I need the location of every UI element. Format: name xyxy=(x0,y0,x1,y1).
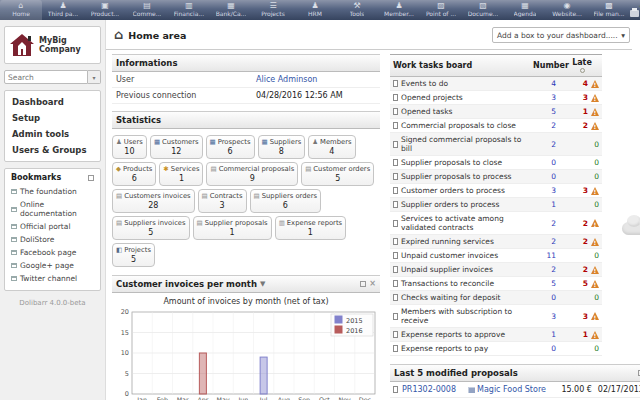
number-column-header[interactable]: Number xyxy=(533,61,565,70)
task-label[interactable]: Supplier proposals to process xyxy=(401,172,527,181)
task-label[interactable]: Supplier proposals to close xyxy=(401,158,527,167)
task-label[interactable]: Checks waiting for deposit xyxy=(401,293,527,302)
task-late[interactable]: 0 xyxy=(594,251,599,260)
task-label[interactable]: Unpaid supplier invoices xyxy=(401,265,527,274)
proposal-ref-link[interactable]: PR1302-0008 xyxy=(402,385,464,394)
sidebar-menu-item[interactable]: Admin tools xyxy=(5,126,100,142)
task-number[interactable]: 3 xyxy=(530,312,556,321)
menu-tab[interactable]: ▩ File man... xyxy=(588,0,630,20)
stat-chip[interactable]: ▤ Customers invoices 28 xyxy=(112,189,195,213)
task-label[interactable]: Events to do xyxy=(401,79,527,88)
task-number[interactable]: 0 xyxy=(530,158,556,167)
task-label[interactable]: Opened tasks xyxy=(401,107,527,116)
task-label[interactable]: Supplier orders to process xyxy=(401,200,527,209)
menu-tab[interactable]: ▤ Comme... xyxy=(126,0,168,20)
menu-tab[interactable]: ♟ HRM xyxy=(294,0,336,20)
task-late[interactable]: 0 xyxy=(594,344,599,353)
bookmark-item[interactable]: Online documentation xyxy=(9,198,96,220)
sidebar-menu-item[interactable]: Users & Groups xyxy=(5,142,100,158)
menu-tab[interactable]: ♟ Member... xyxy=(378,0,420,20)
stat-chip[interactable]: ▦ Prospects 6 xyxy=(206,135,255,159)
menu-tab[interactable]: ▥ Financia... xyxy=(168,0,210,20)
task-label[interactable]: Opened projects xyxy=(401,93,527,102)
task-label[interactable]: Signed commercial proposals to bill xyxy=(401,135,527,153)
task-number[interactable]: 3 xyxy=(530,186,556,195)
task-label[interactable]: Expense reports to pay xyxy=(401,344,527,353)
menu-tab[interactable]: ▦ Agenda xyxy=(504,0,546,20)
task-late[interactable]: 3 xyxy=(583,186,588,195)
stat-chip[interactable]: ◧ Projects 5 xyxy=(112,243,155,267)
task-number[interactable]: 2 xyxy=(530,219,556,228)
late-column-header[interactable]: Late xyxy=(565,58,599,73)
task-number[interactable]: 0 xyxy=(530,344,556,353)
task-label[interactable]: Commercial proposals to close xyxy=(401,121,527,130)
task-label[interactable]: Expense reports to approve xyxy=(401,330,527,339)
task-label[interactable]: Expired running services xyxy=(401,237,527,246)
task-number[interactable]: 1 xyxy=(530,200,556,209)
bookmark-item[interactable]: The foundation xyxy=(9,185,96,198)
task-label[interactable]: Unpaid customer invoices xyxy=(401,251,527,260)
sidebar-menu-item[interactable]: Dashboard xyxy=(5,94,100,110)
task-number[interactable]: 3 xyxy=(530,93,556,102)
task-late[interactable]: 3 xyxy=(583,93,588,102)
task-number[interactable]: 2 xyxy=(530,140,556,149)
task-late[interactable]: 0 xyxy=(594,172,599,181)
stat-chip[interactable]: ▤ Contracts 3 xyxy=(198,189,247,213)
stat-chip[interactable]: ▤ Customer orders 5 xyxy=(301,162,374,186)
stat-chip[interactable]: ▦ Customers 12 xyxy=(150,135,203,159)
task-number[interactable]: 2 xyxy=(530,237,556,246)
stat-chip[interactable]: ✱ Services 1 xyxy=(159,162,203,186)
maximize-icon[interactable] xyxy=(360,281,366,287)
stat-chip[interactable]: ▥ Expense reports 1 xyxy=(275,216,346,240)
task-number[interactable]: 4 xyxy=(530,79,556,88)
task-late[interactable]: 5 xyxy=(583,279,588,288)
close-icon[interactable]: × xyxy=(369,281,376,287)
task-number[interactable]: 2 xyxy=(530,121,556,130)
task-label[interactable]: Transactions to reconcile xyxy=(401,279,527,288)
menu-tab[interactable]: ◉ Website... xyxy=(546,0,588,20)
stat-chip[interactable]: ♟ Users 10 xyxy=(112,135,147,159)
task-late[interactable]: 1 xyxy=(583,330,588,339)
sidebar-menu-item[interactable]: Setup xyxy=(5,110,100,126)
task-label[interactable]: Members with subscription to receive xyxy=(401,307,527,325)
task-late[interactable]: 2 xyxy=(583,219,588,228)
menu-tab[interactable]: ▣ Product... xyxy=(84,0,126,20)
stat-chip[interactable]: ♟ Members 4 xyxy=(308,135,355,159)
stat-chip[interactable]: ▤ Commercial proposals 9 xyxy=(206,162,298,186)
task-number[interactable]: 2 xyxy=(530,265,556,274)
search-dropdown-button[interactable]: ▾ xyxy=(88,70,101,84)
task-late[interactable]: 4 xyxy=(583,79,588,88)
bookmark-item[interactable]: Facebook page xyxy=(9,246,96,259)
task-number[interactable]: 1 xyxy=(530,330,556,339)
search-input[interactable] xyxy=(4,70,88,84)
task-late[interactable]: 2 xyxy=(583,265,588,274)
menu-tab[interactable]: ▨ Point of ... xyxy=(420,0,462,20)
task-late[interactable]: 0 xyxy=(594,158,599,167)
filter-icon[interactable]: ▼ xyxy=(260,280,265,288)
bookmark-item[interactable]: Google+ page xyxy=(9,259,96,272)
menu-tab[interactable]: ♟ Third pa... xyxy=(42,0,84,20)
bookmarks-window-icon[interactable] xyxy=(88,175,94,181)
menu-tab[interactable]: ▦ Bank/Ca... xyxy=(210,0,252,20)
task-late[interactable]: 0 xyxy=(594,140,599,149)
task-number[interactable]: 5 xyxy=(530,107,556,116)
add-box-dropdown[interactable]: Add a box to your dashboard..... ▾ xyxy=(492,27,630,43)
stat-chip[interactable]: ▤ Supplier proposals 1 xyxy=(193,216,272,240)
stat-chip[interactable]: ▤ Suppliers orders 6 xyxy=(250,189,322,213)
task-late[interactable]: 3 xyxy=(583,312,588,321)
task-number[interactable]: 5 xyxy=(530,279,556,288)
task-late[interactable]: 1 xyxy=(583,107,588,116)
menu-tab[interactable]: ▧ Docume... xyxy=(462,0,504,20)
menu-tab[interactable]: ⚒ Tools xyxy=(336,0,378,20)
stat-chip[interactable]: ◆ Products 6 xyxy=(112,162,156,186)
menu-tab[interactable]: ⌂ Home xyxy=(0,0,42,20)
task-late[interactable]: 2 xyxy=(583,237,588,246)
printer-icon[interactable] xyxy=(630,10,639,17)
stat-chip[interactable]: ▤ Suppliers invoices 5 xyxy=(112,216,190,240)
task-late[interactable]: 0 xyxy=(594,200,599,209)
task-number[interactable]: 0 xyxy=(530,172,556,181)
task-label[interactable]: Customer orders to process xyxy=(401,186,527,195)
task-label[interactable]: Services to activate among validated con… xyxy=(401,214,527,232)
company-link[interactable]: Magic Food Store xyxy=(468,385,546,394)
task-late[interactable]: 2 xyxy=(583,121,588,130)
